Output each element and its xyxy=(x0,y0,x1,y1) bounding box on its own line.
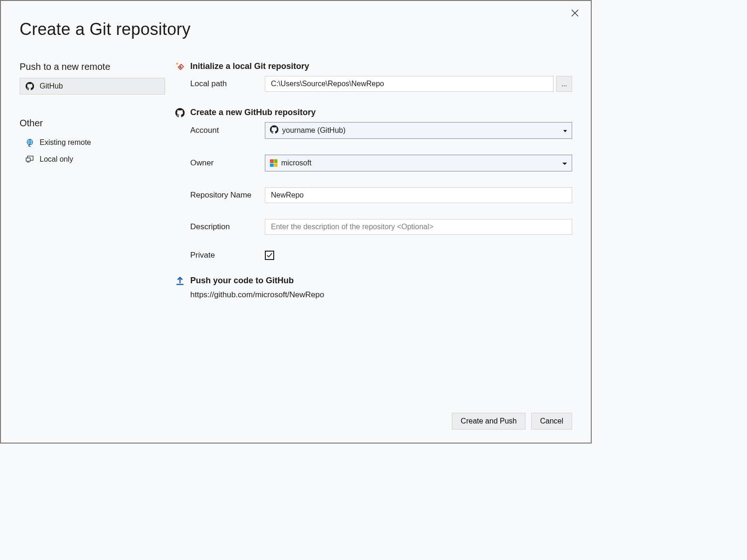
section-initialize: Initialize a local Git repository xyxy=(174,61,572,71)
sidebar: Push to a new remote GitHub Other Existi… xyxy=(20,61,165,300)
github-icon xyxy=(270,125,278,136)
check-icon xyxy=(266,252,273,259)
sidebar-item-label: Existing remote xyxy=(40,138,91,147)
close-icon xyxy=(571,9,579,17)
caret-down-icon xyxy=(563,126,567,135)
sidebar-item-github[interactable]: GitHub xyxy=(20,78,165,95)
main-panel: Initialize a local Git repository Local … xyxy=(165,61,591,300)
sidebar-heading-push: Push to a new remote xyxy=(20,61,165,72)
svg-rect-4 xyxy=(26,158,30,161)
repo-name-label: Repository Name xyxy=(190,191,265,200)
globe-link-icon xyxy=(25,138,35,147)
cancel-button[interactable]: Cancel xyxy=(531,413,572,430)
owner-dropdown[interactable]: microsoft xyxy=(265,155,572,171)
github-icon xyxy=(25,82,35,90)
section-title: Create a new GitHub repository xyxy=(190,108,316,117)
upload-icon xyxy=(174,276,186,286)
computer-icon xyxy=(25,156,35,163)
close-button[interactable] xyxy=(571,9,581,19)
microsoft-logo-icon xyxy=(270,159,277,167)
repo-name-input[interactable] xyxy=(265,187,572,203)
account-value: yourname (GitHub) xyxy=(282,126,346,135)
sidebar-item-label: GitHub xyxy=(40,82,63,90)
github-icon xyxy=(174,108,186,117)
caret-down-icon xyxy=(562,159,567,167)
account-dropdown[interactable]: yourname (GitHub) xyxy=(265,122,572,139)
section-title: Initialize a local Git repository xyxy=(190,61,309,71)
owner-value: microsoft xyxy=(281,159,311,167)
owner-label: Owner xyxy=(190,158,265,168)
sidebar-item-existing-remote[interactable]: Existing remote xyxy=(20,134,165,151)
page-title: Create a Git repository xyxy=(20,20,591,39)
private-label: Private xyxy=(190,251,265,260)
local-path-input[interactable] xyxy=(265,76,553,92)
local-path-label: Local path xyxy=(190,79,265,89)
sidebar-heading-other: Other xyxy=(20,118,165,129)
section-title: Push your code to GitHub xyxy=(190,276,294,286)
browse-button[interactable]: ... xyxy=(556,76,572,92)
sidebar-item-local-only[interactable]: Local only xyxy=(20,151,165,168)
git-init-icon xyxy=(174,62,186,71)
sidebar-item-label: Local only xyxy=(40,155,73,164)
private-checkbox[interactable] xyxy=(265,251,274,260)
description-label: Description xyxy=(190,222,265,232)
section-push: Push your code to GitHub xyxy=(174,276,572,286)
description-input[interactable] xyxy=(265,219,572,235)
section-create-github: Create a new GitHub repository xyxy=(174,108,572,117)
account-label: Account xyxy=(190,126,265,135)
create-and-push-button[interactable]: Create and Push xyxy=(452,413,526,430)
push-url: https://github.com/microsoft/NewRepo xyxy=(190,290,572,300)
dialog-footer: Create and Push Cancel xyxy=(452,413,572,430)
